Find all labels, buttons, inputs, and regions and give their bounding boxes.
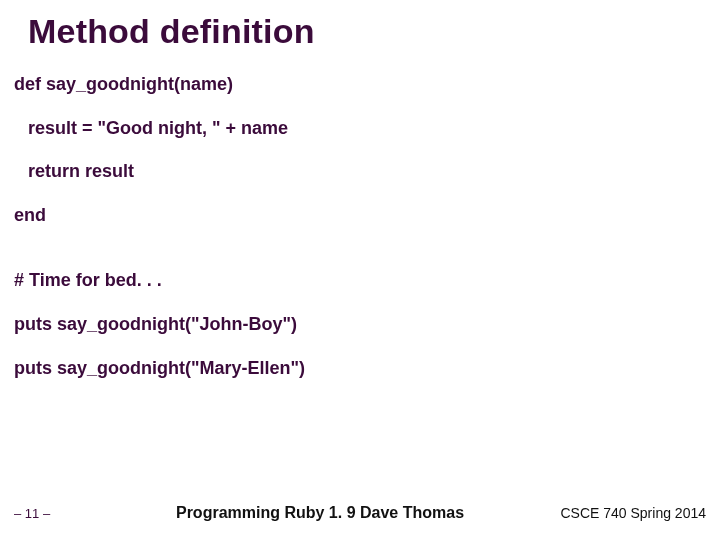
code-line-3: return result (14, 161, 700, 183)
code-line-6: puts say_goodnight("John-Boy") (14, 314, 700, 336)
footer-center: Programming Ruby 1. 9 Dave Thomas (94, 504, 546, 522)
code-line-4: end (14, 205, 700, 227)
slide-title: Method definition (28, 12, 315, 51)
code-line-7: puts say_goodnight("Mary-Ellen") (14, 358, 700, 380)
slide-body: def say_goodnight(name) result = "Good n… (14, 74, 700, 401)
footer-right: CSCE 740 Spring 2014 (546, 505, 706, 521)
slide: Method definition def say_goodnight(name… (0, 0, 720, 540)
blank-line (14, 248, 700, 270)
slide-footer: – 11 – Programming Ruby 1. 9 Dave Thomas… (14, 504, 706, 522)
code-line-5: # Time for bed. . . (14, 270, 700, 292)
code-line-1: def say_goodnight(name) (14, 74, 700, 96)
code-line-2: result = "Good night, " + name (14, 118, 700, 140)
page-number: – 11 – (14, 506, 94, 521)
